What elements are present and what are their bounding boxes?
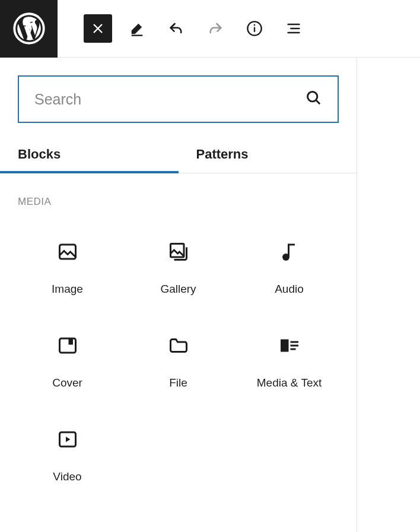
svg-rect-3 (254, 24, 255, 26)
tools-button[interactable] (123, 14, 151, 43)
block-label: Video (53, 470, 81, 483)
svg-rect-12 (290, 341, 298, 343)
list-view-icon (285, 20, 302, 37)
redo-button[interactable] (201, 14, 230, 43)
details-button[interactable] (240, 14, 269, 43)
search-input[interactable] (34, 77, 306, 122)
block-label: Media & Text (257, 376, 322, 390)
tab-label: Patterns (196, 147, 249, 162)
cover-icon (57, 331, 78, 360)
block-label: Gallery (160, 283, 196, 296)
svg-rect-2 (254, 27, 255, 32)
tab-label: Blocks (18, 147, 61, 162)
wordpress-logo[interactable] (0, 0, 58, 58)
gallery-icon (168, 238, 189, 266)
block-audio[interactable]: Audio (234, 226, 345, 308)
svg-rect-11 (281, 340, 289, 352)
block-image[interactable]: Image (12, 226, 123, 308)
outline-button[interactable] (279, 14, 308, 43)
block-file[interactable]: File (123, 319, 234, 401)
close-inserter-button[interactable] (84, 14, 112, 43)
undo-icon (168, 20, 184, 37)
info-icon (246, 20, 263, 37)
undo-button[interactable] (162, 14, 190, 43)
block-label: Image (52, 283, 83, 296)
inserter-tabs: Blocks Patterns (0, 136, 357, 173)
svg-rect-13 (290, 345, 298, 347)
media-text-icon (279, 331, 300, 360)
pencil-icon (129, 20, 145, 37)
svg-rect-14 (290, 349, 295, 350)
svg-rect-9 (59, 338, 75, 353)
inserter-panel: Blocks Patterns MEDIA Image (0, 58, 357, 532)
search-container (0, 75, 357, 136)
image-icon (57, 238, 78, 266)
block-grid: Image Gallery Audio (0, 226, 357, 495)
search-icon (306, 90, 322, 109)
block-label: File (169, 376, 187, 390)
file-icon (168, 331, 189, 360)
block-gallery[interactable]: Gallery (123, 226, 234, 308)
tab-blocks[interactable]: Blocks (0, 136, 179, 173)
block-video[interactable]: Video (12, 413, 123, 495)
audio-icon (279, 238, 300, 266)
block-label: Audio (275, 283, 304, 296)
redo-icon (207, 20, 224, 37)
search-box[interactable] (18, 75, 339, 123)
toolbar (58, 14, 308, 43)
svg-rect-8 (288, 244, 289, 258)
block-label: Cover (52, 376, 82, 390)
top-bar (0, 0, 420, 58)
video-icon (57, 425, 78, 454)
block-media-text[interactable]: Media & Text (234, 319, 345, 401)
category-label: MEDIA (0, 173, 357, 226)
svg-rect-10 (68, 338, 73, 345)
tab-patterns[interactable]: Patterns (179, 136, 357, 173)
wordpress-icon (13, 12, 45, 45)
block-cover[interactable]: Cover (12, 319, 123, 401)
close-icon (90, 20, 106, 37)
